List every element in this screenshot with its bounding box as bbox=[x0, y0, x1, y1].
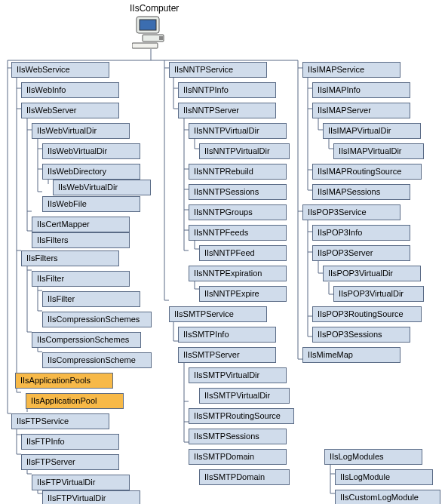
node-iisimapsesssions: IIsIMAPSessions bbox=[312, 184, 410, 200]
node-iisimapinfo: IIsIMAPInfo bbox=[312, 82, 410, 98]
svg-rect-4 bbox=[132, 43, 158, 48]
node-iisnntpfeed: IIsNNTPFeed bbox=[199, 245, 287, 261]
node-iisftpserver: IIsFTPServer bbox=[21, 454, 119, 470]
node-iisnntpvirtualdir: IIsNNTPVirtualDir bbox=[189, 123, 287, 139]
node-iiswebfile: IIsWebFile bbox=[42, 196, 140, 212]
node-iisimapservice: IIsIMAPService bbox=[302, 62, 400, 78]
node-iisfilters: IIsFilters bbox=[21, 250, 119, 266]
node-iispop3virtualdir: IIsPOP3VirtualDir bbox=[323, 266, 421, 281]
node-iisnntpserver: IIsNNTPServer bbox=[178, 103, 276, 118]
node-iisimapvirtualdir: IIsIMAPVirtualDir bbox=[323, 123, 421, 139]
node-iissmtpserver: IIsSMTPServer bbox=[178, 347, 276, 363]
node-iissmtpinfo: IIsSMTPInfo bbox=[178, 327, 276, 343]
node-iisftpvirtualdir-2: IIsFTPVirtualDir bbox=[42, 490, 140, 504]
node-iissmtpservice: IIsSMTPService bbox=[169, 306, 267, 322]
node-iisfilter-2: IIsFilter bbox=[42, 291, 140, 307]
node-iiswebinfo: IIsWebInfo bbox=[21, 82, 119, 98]
node-iiscompressionschemes: IIsCompressionSchemes bbox=[42, 312, 152, 327]
node-iiswebserver: IIsWebServer bbox=[21, 103, 119, 118]
node-iisnntpgroups: IIsNNTPGroups bbox=[189, 204, 287, 220]
node-iisnntpsessions: IIsNNTPSessions bbox=[189, 184, 287, 200]
node-iiswebvirtualdir: IIsWebVirtualDir bbox=[32, 123, 130, 139]
node-iisimapserver: IIsIMAPServer bbox=[312, 103, 410, 118]
node-iisnntpinfo: IIsNNTPInfo bbox=[178, 82, 276, 98]
svg-rect-3 bbox=[159, 36, 163, 40]
node-iispop3sessions: IIsPOP3Sessions bbox=[312, 327, 410, 343]
node-iisnntprebuild: IIsNNTPRebuild bbox=[189, 164, 287, 180]
node-iisftpvirtualdir: IIsFTPVirtualDir bbox=[32, 475, 130, 490]
node-iiswebvirtualdir-2: IIsWebVirtualDir bbox=[42, 143, 140, 159]
node-iissmtpvirtualdir: IIsSMTPVirtualDir bbox=[189, 367, 287, 383]
node-iisnntpservice: IIsNNTPService bbox=[169, 62, 267, 78]
node-iisnntpexpire: IIsNNTPExpire bbox=[199, 286, 287, 302]
node-iisftpinfo: IIsFTPInfo bbox=[21, 434, 119, 450]
node-iisapplicationpool: IIsApplicationPool bbox=[26, 393, 124, 409]
node-iispop3server: IIsPOP3Server bbox=[312, 245, 410, 261]
node-iisfilters-srv: IIsFilters bbox=[32, 232, 130, 248]
node-iisnntpexpiration: IIsNNTPExpiration bbox=[189, 266, 287, 281]
node-iismimemap: IIsMimeMap bbox=[302, 347, 400, 363]
node-iisftpservice: IIsFTPService bbox=[11, 413, 109, 429]
node-iispop3virtualdir-2: IIsPOP3VirtualDir bbox=[333, 286, 424, 302]
node-iiscompressionscheme: IIsCompressionScheme bbox=[42, 352, 152, 368]
node-iissmtpvirtualdir-2: IIsSMTPVirtualDir bbox=[199, 388, 290, 404]
node-iisapplicationpools: IIsApplicationPools bbox=[15, 373, 113, 389]
node-iissmtpsessions: IIsSMTPSessions bbox=[189, 429, 287, 444]
node-iiscertmapper: IIsCertMapper bbox=[32, 217, 130, 232]
node-iislogmodules: IIsLogModules bbox=[324, 449, 422, 465]
node-iissmtproutingsource: IIsSMTPRoutingSource bbox=[189, 408, 294, 424]
node-iisimapvirtualdir-2: IIsIMAPVirtualDir bbox=[333, 143, 424, 159]
node-iispop3service: IIsPOP3Service bbox=[302, 204, 400, 220]
node-iiswebservice: IIsWebService bbox=[11, 62, 109, 78]
svg-rect-1 bbox=[140, 20, 156, 30]
node-iisfilter: IIsFilter bbox=[32, 271, 130, 287]
node-iiswebvirtualdir-3: IIsWebVirtualDir bbox=[53, 180, 151, 195]
diagram-root: IIsComputer bbox=[0, 0, 445, 504]
node-iiscomperssionschemes: IIsComperssionSchemes bbox=[32, 332, 141, 348]
computer-icon bbox=[132, 15, 170, 49]
node-iisnntpfeeds: IIsNNTPFeeds bbox=[189, 225, 287, 241]
node-iislogmodule: IIsLogModule bbox=[335, 469, 433, 485]
node-iissmtpdomain: IIsSMTPDomain bbox=[189, 449, 287, 465]
node-iiswebdirectory: IIsWebDirectory bbox=[42, 164, 140, 180]
node-iispop3info: IIsPOP3Info bbox=[312, 225, 410, 241]
node-iisimaproutingsource: IIsIMAPRoutingSource bbox=[312, 164, 422, 180]
node-iisnntpvirtualdir-2: IIsNNTPVirtualDir bbox=[199, 143, 290, 159]
node-iissmtpdomain-2: IIsSMTPDomain bbox=[199, 469, 290, 485]
node-iispop3routingsource: IIsPOP3RoutingSource bbox=[312, 306, 422, 322]
title: IIsComputer bbox=[130, 3, 179, 14]
node-iiscustomlogmodule: IIsCustomLogModule bbox=[335, 490, 440, 504]
